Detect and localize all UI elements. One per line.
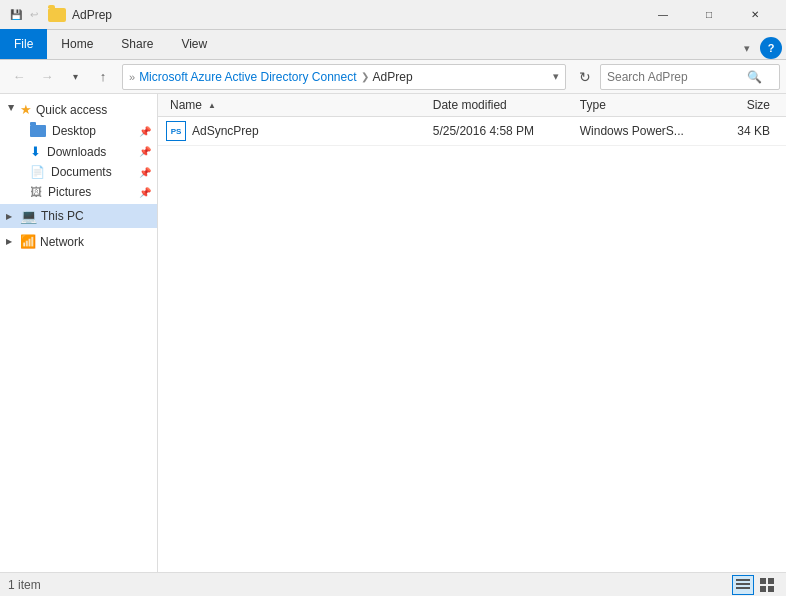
file-type: Windows PowerS... xyxy=(580,124,684,138)
col-header-size[interactable]: Size xyxy=(707,98,786,112)
file-name: AdSyncPrep xyxy=(192,124,259,138)
sidebar-group-quickaccess: ▶ ★ Quick access Desktop 📌 ⬇ Downloads 📌… xyxy=(0,98,157,202)
breadcrumb-adprep: AdPrep xyxy=(373,70,413,84)
details-view-icon xyxy=(736,578,750,592)
svg-rect-1 xyxy=(736,583,750,585)
thispc-icon: 💻 xyxy=(20,208,37,224)
ribbon-collapse-button[interactable]: ▾ xyxy=(736,37,758,59)
breadcrumb-azure[interactable]: Microsoft Azure Active Directory Connect xyxy=(139,70,356,84)
list-view-icon xyxy=(760,578,774,592)
title-bar-folder-icon xyxy=(48,8,66,22)
thispc-chevron: ▶ xyxy=(6,212,16,221)
file-list-header: Name ▲ Date modified Type Size xyxy=(158,94,786,117)
sidebar-quickaccess-header[interactable]: ▶ ★ Quick access xyxy=(0,98,157,121)
sidebar-group-network: ▶ 📶 Network xyxy=(0,230,157,253)
maximize-button[interactable]: □ xyxy=(686,0,732,30)
sidebar-item-pictures[interactable]: 🖼 Pictures 📌 xyxy=(0,182,157,202)
refresh-button[interactable]: ↻ xyxy=(572,64,598,90)
file-type-cell: Windows PowerS... xyxy=(580,124,707,138)
nav-bar: ← → ▾ ↑ » Microsoft Azure Active Directo… xyxy=(0,60,786,94)
title-bar-controls: — □ ✕ xyxy=(640,0,778,30)
search-input[interactable] xyxy=(607,70,747,84)
quickaccess-chevron: ▶ xyxy=(7,105,16,115)
ribbon-tabs: File Home Share View ▾ ? xyxy=(0,30,786,60)
tab-home[interactable]: Home xyxy=(47,29,107,59)
col-header-date[interactable]: Date modified xyxy=(433,98,580,112)
network-chevron: ▶ xyxy=(6,237,16,246)
pictures-icon: 🖼 xyxy=(30,185,42,199)
file-list: Name ▲ Date modified Type Size PS AdSync… xyxy=(158,94,786,572)
desktop-pin-icon: 📌 xyxy=(139,126,151,137)
svg-rect-0 xyxy=(736,579,750,581)
search-bar[interactable]: 🔍 xyxy=(600,64,780,90)
sidebar-item-downloads[interactable]: ⬇ Downloads 📌 xyxy=(0,141,157,162)
sidebar-item-documents[interactable]: 📄 Documents 📌 xyxy=(0,162,157,182)
sidebar-group-thispc: ▶ 💻 This PC xyxy=(0,204,157,228)
svg-rect-4 xyxy=(768,578,774,584)
col-header-name[interactable]: Name ▲ xyxy=(158,98,433,112)
file-date: 5/25/2016 4:58 PM xyxy=(433,124,534,138)
search-icon: 🔍 xyxy=(747,70,762,84)
col-type-label: Type xyxy=(580,98,606,112)
item-count: 1 item xyxy=(8,578,41,592)
forward-button[interactable]: → xyxy=(34,64,60,90)
title-bar: 💾 ↩ AdPrep — □ ✕ xyxy=(0,0,786,30)
col-date-label: Date modified xyxy=(433,98,507,112)
documents-pin-icon: 📌 xyxy=(139,167,151,178)
recent-button[interactable]: ▾ xyxy=(62,64,88,90)
view-list-button[interactable] xyxy=(756,575,778,595)
sidebar-quickaccess-label: Quick access xyxy=(36,103,107,117)
pictures-pin-icon: 📌 xyxy=(139,187,151,198)
col-header-type[interactable]: Type xyxy=(580,98,707,112)
title-bar-icons: 💾 ↩ xyxy=(8,7,42,23)
downloads-icon: ⬇ xyxy=(30,144,41,159)
sidebar-network-header[interactable]: ▶ 📶 Network xyxy=(0,230,157,253)
close-button[interactable]: ✕ xyxy=(732,0,778,30)
sort-arrow: ▲ xyxy=(208,101,216,110)
file-date-cell: 5/25/2016 4:58 PM xyxy=(433,124,580,138)
desktop-folder-icon xyxy=(30,125,46,137)
breadcrumb-chevron: » xyxy=(129,71,135,83)
network-icon: 📶 xyxy=(20,234,36,249)
powershell-file-icon: PS xyxy=(166,121,186,141)
undo-icon: ↩ xyxy=(26,7,42,23)
file-size-cell: 34 KB xyxy=(707,124,786,138)
file-size: 34 KB xyxy=(737,124,770,138)
title-bar-left: 💾 ↩ AdPrep xyxy=(8,7,112,23)
file-name-cell: PS AdSyncPrep xyxy=(158,121,433,141)
breadcrumb-bar[interactable]: » Microsoft Azure Active Directory Conne… xyxy=(122,64,566,90)
sidebar-thispc-header[interactable]: ▶ 💻 This PC xyxy=(0,204,157,228)
ribbon-expand: ▾ ? xyxy=(736,37,786,59)
main-area: ▶ ★ Quick access Desktop 📌 ⬇ Downloads 📌… xyxy=(0,94,786,572)
svg-rect-3 xyxy=(760,578,766,584)
sidebar-item-desktop[interactable]: Desktop 📌 xyxy=(0,121,157,141)
svg-rect-5 xyxy=(760,586,766,592)
tab-file[interactable]: File xyxy=(0,29,47,59)
col-size-label: Size xyxy=(747,98,770,112)
svg-rect-6 xyxy=(768,586,774,592)
status-right xyxy=(732,575,778,595)
breadcrumb-separator: ❯ xyxy=(361,71,369,82)
title-bar-title: AdPrep xyxy=(72,8,112,22)
table-row[interactable]: PS AdSyncPrep 5/25/2016 4:58 PM Windows … xyxy=(158,117,786,146)
quickaccess-star-icon: ★ xyxy=(20,102,32,117)
svg-rect-2 xyxy=(736,587,750,589)
view-details-button[interactable] xyxy=(732,575,754,595)
up-button[interactable]: ↑ xyxy=(90,64,116,90)
downloads-pin-icon: 📌 xyxy=(139,146,151,157)
help-button[interactable]: ? xyxy=(760,37,782,59)
back-button[interactable]: ← xyxy=(6,64,32,90)
tab-view[interactable]: View xyxy=(167,29,221,59)
status-bar: 1 item xyxy=(0,572,786,596)
sidebar-network-label: Network xyxy=(40,235,84,249)
tab-share[interactable]: Share xyxy=(107,29,167,59)
sidebar-downloads-label: Downloads xyxy=(47,145,106,159)
col-name-label: Name xyxy=(170,98,202,112)
documents-icon: 📄 xyxy=(30,165,45,179)
sidebar-thispc-label: This PC xyxy=(41,209,84,223)
sidebar-desktop-label: Desktop xyxy=(52,124,96,138)
breadcrumb-dropdown-arrow[interactable]: ▾ xyxy=(553,70,559,83)
sidebar: ▶ ★ Quick access Desktop 📌 ⬇ Downloads 📌… xyxy=(0,94,158,572)
sidebar-documents-label: Documents xyxy=(51,165,112,179)
minimize-button[interactable]: — xyxy=(640,0,686,30)
